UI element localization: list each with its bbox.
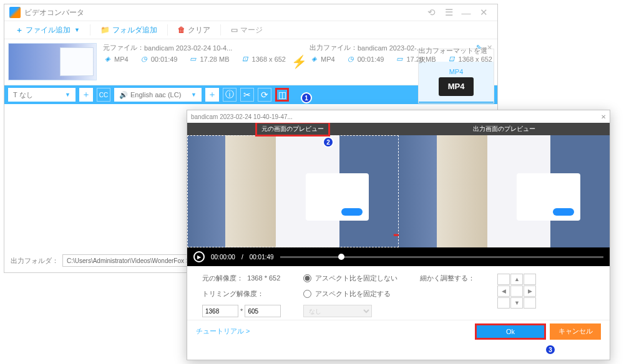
- cancel-button[interactable]: キャンセル: [550, 323, 601, 340]
- unknown-icon-1[interactable]: ⟲: [422, 7, 440, 18]
- trim-width-input[interactable]: [202, 305, 238, 317]
- merge-button[interactable]: ▭マージ: [225, 21, 269, 39]
- callout-2: 2: [323, 136, 334, 148]
- add-folder-button[interactable]: 📁フォルダ追加: [94, 21, 163, 39]
- lightning-icon: ⚡: [291, 39, 307, 69]
- nudge-left[interactable]: ◀: [497, 285, 510, 297]
- subtitle-dropdown[interactable]: T なし▼: [8, 88, 76, 102]
- size-icon: ▭: [395, 55, 404, 63]
- original-preview-pane: 元の画面のプレビュー: [187, 123, 399, 247]
- merge-icon: ▭: [231, 26, 238, 34]
- aspect-ratio-select: なし: [303, 305, 372, 317]
- unknown-icon-2[interactable]: ☰: [440, 7, 457, 18]
- output-preview-pane: 出力画面のプレビュー: [399, 123, 610, 247]
- crop-dialog-title: bandicam 2023-02-24 10-40-19-47...: [191, 113, 293, 120]
- output-format-title: 出力フォーマットを選択: [419, 49, 494, 62]
- output-folder-label: 出力フォルダ：: [11, 256, 59, 266]
- output-preview-image: [399, 135, 610, 247]
- main-toolbar: ＋ファイル追加▼ 📁フォルダ追加 🗑クリア ▭マージ: [4, 21, 497, 39]
- callout-1: 1: [301, 92, 312, 103]
- output-format-panel: 出力フォーマットを選択 MP4 MP4: [418, 49, 494, 103]
- ok-button[interactable]: Ok: [475, 323, 546, 340]
- sound-icon: 🔊: [119, 91, 128, 99]
- source-file-label: 元ファイル：: [103, 43, 144, 52]
- mp4-badge: MP4: [439, 77, 474, 96]
- orig-res-value: 1368 * 652: [247, 274, 280, 282]
- cc-button[interactable]: CC: [97, 88, 110, 102]
- size-icon: ▭: [188, 55, 197, 63]
- output-format-card[interactable]: MP4 MP4: [419, 62, 494, 102]
- trim-res-label: トリミング解像度：: [202, 289, 281, 299]
- original-preview-image[interactable]: [187, 135, 399, 247]
- aspect-lock-radio[interactable]: アスペクト比を固定する: [303, 289, 397, 299]
- nudge-up[interactable]: ▲: [510, 274, 523, 285]
- original-preview-label: 元の画面のプレビュー: [256, 123, 329, 135]
- add-subtitle-button[interactable]: ＋: [79, 88, 93, 102]
- seek-track[interactable]: [280, 256, 603, 258]
- clock-icon: ◷: [346, 55, 355, 63]
- plus-icon: ＋: [16, 25, 23, 36]
- titlebar: ビデオコンバータ ⟲ ☰ — ✕: [4, 4, 497, 21]
- caret-down-icon: ▼: [74, 27, 80, 33]
- minimize-button[interactable]: —: [457, 7, 475, 18]
- preview-timeline: ▶ 00:00:00 / 00:01:49: [187, 247, 610, 266]
- crop-dialog: bandicam 2023-02-24 10-40-19-47... ✕ 元の画…: [187, 110, 610, 360]
- app-title: ビデオコンバータ: [24, 7, 422, 18]
- output-file-label: 出力ファイル：: [310, 43, 358, 52]
- info-button[interactable]: ⓘ: [223, 88, 236, 102]
- orig-res-label: 元の解像度：: [202, 274, 243, 282]
- time-total: 00:01:49: [250, 254, 274, 261]
- clock-icon: ◷: [140, 55, 149, 63]
- aspect-free-radio[interactable]: アスペクト比を固定しない: [303, 274, 397, 283]
- nudge-right[interactable]: ▶: [524, 285, 536, 297]
- trim-height-input[interactable]: [245, 305, 281, 317]
- caret-down-icon: ▼: [191, 92, 197, 98]
- clear-button[interactable]: 🗑クリア: [172, 21, 217, 39]
- source-file-name: bandicam 2023-02-24 10-4...: [144, 44, 288, 52]
- caret-down-icon: ▼: [65, 92, 71, 98]
- callout-3: 3: [545, 344, 556, 355]
- format-icon: ◈: [310, 55, 318, 63]
- crop-button[interactable]: ◫: [275, 88, 289, 102]
- add-audio-button[interactable]: ＋: [205, 88, 219, 102]
- close-icon[interactable]: ✕: [601, 113, 606, 120]
- nudge-down[interactable]: ▼: [510, 297, 523, 309]
- time-current: 00:00:00: [211, 254, 235, 261]
- nudge-pad: ▲ ◀▶ ▼: [497, 274, 536, 309]
- crop-settings: 元の解像度： 1368 * 652 トリミング解像度： * アスペクト比を固定し…: [187, 266, 610, 320]
- tutorial-link[interactable]: チュートリアル >: [196, 327, 250, 336]
- cut-button[interactable]: ✂: [240, 88, 254, 102]
- app-logo: [9, 7, 21, 18]
- folder-icon: 📁: [100, 26, 110, 34]
- resolution-icon: ⊡: [241, 55, 250, 63]
- rotate-button[interactable]: ⟳: [258, 88, 271, 102]
- format-icon: ◈: [103, 55, 112, 63]
- crop-dialog-titlebar: bandicam 2023-02-24 10-40-19-47... ✕: [187, 110, 610, 123]
- crop-dialog-footer: チュートリアル > Ok キャンセル: [187, 320, 610, 342]
- play-button[interactable]: ▶: [193, 251, 205, 262]
- add-file-button[interactable]: ＋ファイル追加▼: [9, 21, 86, 39]
- audio-dropdown[interactable]: 🔊English aac (LC)▼: [114, 88, 202, 102]
- fine-adjust-label: 細かく調整する：: [420, 274, 475, 283]
- trash-icon: 🗑: [178, 26, 185, 34]
- video-thumbnail[interactable]: [8, 43, 97, 80]
- close-button[interactable]: ✕: [475, 7, 492, 18]
- output-preview-label: 出力画面のプレビュー: [399, 123, 610, 135]
